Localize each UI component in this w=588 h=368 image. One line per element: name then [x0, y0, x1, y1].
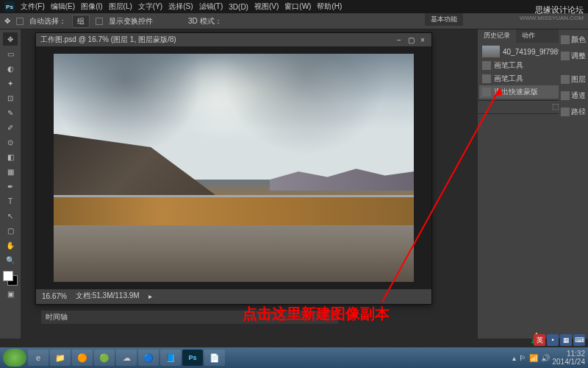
layers-icon — [561, 75, 570, 84]
history-step-label: 画笔工具 — [494, 74, 523, 84]
tools-panel: ✥ ▭ ◐ ✦ ⊡ ✎ ✐ ⊙ ◧ ▦ ✒ T ↖ ▢ ✋ 🔍 ▣ — [0, 29, 21, 339]
auto-select-checkbox[interactable] — [16, 18, 24, 25]
panel-label: 颜色 — [571, 35, 586, 45]
shape-tool[interactable]: ▢ — [3, 224, 18, 237]
move-tool[interactable]: ✥ — [3, 32, 18, 46]
document-titlebar[interactable]: 工作图.psd @ 16.7% (图层 1, 图层蒙版/8) − ▢ × — [36, 33, 431, 46]
show-transform-checkbox[interactable] — [96, 18, 103, 25]
path-tool[interactable]: ↖ — [3, 209, 18, 222]
crop-tool[interactable]: ⊡ — [3, 91, 18, 105]
color-swatch[interactable] — [3, 271, 18, 286]
panel-label: 图层 — [571, 74, 586, 85]
menu-file[interactable]: 文件(F) — [21, 1, 45, 12]
status-chevron-icon[interactable]: ▸ — [148, 292, 152, 300]
panel-layers[interactable]: 图层 — [560, 72, 587, 87]
channels-icon — [561, 91, 570, 100]
menu-select[interactable]: 选择(S) — [168, 1, 193, 12]
hand-tool[interactable]: ✋ — [3, 238, 18, 252]
ps-logo-icon: Ps — [4, 1, 15, 12]
menu-view[interactable]: 视图(V) — [254, 1, 279, 12]
menu-help[interactable]: 帮助(H) — [317, 1, 342, 12]
pen-tool[interactable]: ✒ — [3, 180, 18, 193]
taskbar-app-icon[interactable]: 🟢 — [94, 350, 115, 366]
annotation-text: 点击这里新建图像副本 — [243, 304, 390, 324]
panel-channels[interactable]: 通道 — [560, 88, 587, 103]
tab-actions[interactable]: 动作 — [516, 29, 541, 43]
start-button[interactable] — [3, 349, 26, 367]
mode3d-label: 3D 模式： — [188, 16, 222, 26]
options-bar: ✥ 自动选择： 组 显示变换控件 3D 模式： — [0, 13, 588, 29]
show-transform-label: 显示变换控件 — [109, 16, 153, 26]
document-window: 工作图.psd @ 16.7% (图层 1, 图层蒙版/8) − ▢ × 16.… — [35, 32, 432, 305]
taskbar-ps-icon[interactable]: Ps — [182, 350, 203, 366]
menu-type[interactable]: 文字(Y) — [138, 1, 162, 12]
system-tray: ▴ 🏳 📶 🔊 11:32 2014/1/24 — [512, 350, 586, 366]
tray-flag-icon[interactable]: 🏳 — [519, 354, 526, 362]
auto-select-label: 自动选择： — [29, 16, 66, 26]
panel-label: 路径 — [571, 107, 586, 117]
tray-network-icon[interactable]: 📶 — [529, 354, 538, 362]
lang-button[interactable]: ⌨ — [573, 334, 585, 346]
quickmask-tool[interactable]: ▣ — [3, 287, 18, 300]
panel-adjust[interactable]: 调整 — [560, 49, 587, 63]
menu-layer[interactable]: 图层(L) — [109, 1, 132, 12]
panel-label: 通道 — [571, 91, 586, 101]
tray-date: 2014/1/24 — [553, 358, 586, 366]
document-statusbar: 16.67% 文档:51.3M/113.9M ▸ — [36, 289, 431, 302]
taskbar-app-icon[interactable]: 📘 — [160, 350, 181, 366]
minimize-icon[interactable]: − — [395, 35, 404, 44]
tray-chevron-icon[interactable]: ▴ — [512, 354, 516, 362]
doc-size: 文档:51.3M/113.9M — [76, 291, 140, 301]
taskbar-explorer-icon[interactable]: 📁 — [50, 350, 71, 366]
menu-window[interactable]: 窗口(W) — [284, 1, 311, 12]
watermark-url: WWW.MISSYUAN.COM — [520, 15, 584, 21]
menu-image[interactable]: 图像(I) — [81, 1, 102, 12]
panel-paths[interactable]: 路径 — [560, 105, 587, 119]
adjust-icon — [561, 52, 570, 60]
taskbar-ie-icon[interactable]: e — [28, 350, 49, 366]
history-step-label: 退出快速蒙版 — [494, 87, 538, 97]
zoom-level[interactable]: 16.67% — [42, 292, 67, 300]
paths-icon — [561, 107, 570, 116]
auto-select-dropdown[interactable]: 组 — [72, 15, 90, 28]
zoom-tool[interactable]: 🔍 — [3, 253, 18, 266]
text-tool[interactable]: T — [3, 194, 18, 208]
wand-tool[interactable]: ✦ — [3, 77, 18, 90]
menu-filter[interactable]: 滤镜(T) — [199, 1, 223, 12]
collapsed-panel-dock: 颜色 调整 图层 通道 路径 — [559, 29, 588, 122]
gradient-tool[interactable]: ▦ — [3, 165, 18, 178]
watermark-text: 思缘设计论坛 — [535, 4, 584, 15]
lang-button[interactable]: • — [547, 334, 559, 346]
snapshot-icon[interactable]: ⬚ — [552, 102, 559, 112]
color-icon — [561, 35, 570, 44]
panel-label: 调整 — [571, 51, 586, 61]
brush-tool[interactable]: ✐ — [3, 121, 18, 134]
tab-history[interactable]: 历史记录 — [478, 29, 516, 43]
brush-icon — [482, 61, 491, 70]
marquee-tool[interactable]: ▭ — [3, 47, 18, 60]
menu-edit[interactable]: 编辑(E) — [51, 1, 75, 12]
lasso-tool[interactable]: ◐ — [3, 62, 18, 75]
lang-button[interactable]: 英 — [534, 334, 545, 346]
windows-taskbar: e 📁 🟠 🟢 ☁ 🔵 📘 Ps 📄 ▴ 🏳 📶 🔊 11:32 2014/1/… — [0, 347, 588, 368]
lang-button[interactable]: ▦ — [560, 334, 572, 346]
close-icon[interactable]: × — [418, 35, 427, 44]
canvas[interactable] — [36, 46, 431, 289]
menu-bar: Ps 文件(F) 编辑(E) 图像(I) 图层(L) 文字(Y) 选择(S) 滤… — [0, 0, 588, 13]
document-title: 工作图.psd @ 16.7% (图层 1, 图层蒙版/8) — [40, 35, 176, 45]
workspace-switcher[interactable]: 基本功能 — [425, 13, 463, 26]
brush-icon — [482, 74, 491, 83]
mask-icon — [482, 88, 491, 96]
taskbar-app-icon[interactable]: 🔵 — [138, 350, 159, 366]
taskbar-app-icon[interactable]: 📄 — [204, 350, 225, 366]
stamp-tool[interactable]: ⊙ — [3, 135, 18, 149]
tray-clock[interactable]: 11:32 2014/1/24 — [553, 350, 586, 366]
taskbar-app-icon[interactable]: ☁ — [116, 350, 137, 366]
eraser-tool[interactable]: ◧ — [3, 150, 18, 163]
eyedropper-tool[interactable]: ✎ — [3, 106, 18, 119]
tray-volume-icon[interactable]: 🔊 — [541, 354, 550, 362]
taskbar-app-icon[interactable]: 🟠 — [72, 350, 93, 366]
maximize-icon[interactable]: ▢ — [406, 35, 415, 44]
panel-color[interactable]: 颜色 — [560, 32, 587, 47]
menu-3d[interactable]: 3D(D) — [229, 3, 248, 11]
